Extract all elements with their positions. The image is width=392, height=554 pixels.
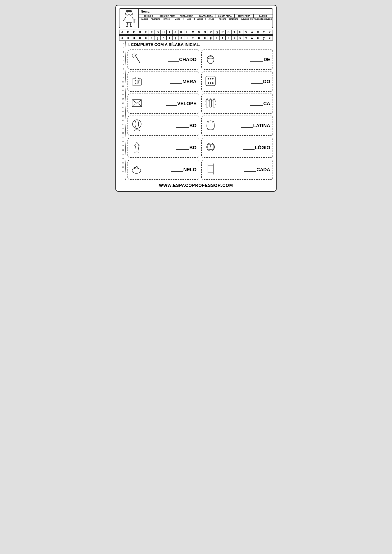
line-number: 30 [119, 165, 125, 169]
svg-point-24 [212, 82, 213, 84]
alpha-lower-letter: n [196, 36, 202, 40]
card-text-area: BO [145, 145, 196, 150]
alpha-upper-letter: J [173, 30, 178, 34]
header-form: Nome: DOMINGOSEGUNDA-FEIRATERÇA-FEIRAQUA… [138, 9, 273, 28]
answer-blank[interactable] [243, 149, 255, 150]
exercise-card: CHADO [127, 49, 199, 70]
card-word: NELO [171, 167, 196, 173]
answer-blank[interactable] [176, 127, 189, 128]
alpha-lower-letter: u [238, 36, 243, 40]
alpha-lower-letter: b [125, 36, 131, 40]
exercise-card: CADA [201, 160, 273, 180]
svg-point-8 [126, 26, 128, 27]
card-word: BO [176, 145, 196, 150]
card-word: BO [176, 123, 196, 128]
line-number: 21 [119, 127, 125, 131]
tie-icon [130, 140, 143, 155]
svg-point-16 [136, 81, 138, 83]
alpha-upper-letter: R [220, 30, 226, 34]
bucket-icon [204, 52, 217, 67]
exercise-card: BO [127, 116, 199, 136]
globe-icon [130, 118, 143, 133]
svg-line-7 [130, 22, 131, 26]
months-row: JANEIROFEVEREIROMARÇOABRILMAIOJUNHOJULHO… [139, 18, 273, 20]
svg-point-17 [139, 80, 140, 81]
alpha-upper-letter: Y [261, 30, 267, 34]
alpha-upper-letter: E [143, 30, 149, 34]
line-number: 24 [119, 139, 125, 144]
card-word: MERA [170, 79, 196, 84]
exercise-card: LÓGIO [201, 138, 273, 158]
svg-rect-34 [213, 99, 215, 107]
line-number: 6 [119, 63, 125, 67]
ladder-icon [204, 162, 217, 177]
word-text: CA [263, 101, 270, 106]
alpha-upper-letter: Z [267, 30, 273, 34]
answer-blank[interactable] [250, 61, 263, 62]
month-item: FEVEREIRO [150, 18, 161, 20]
word-text: LÓGIO [255, 145, 270, 150]
month-item: JUNHO [195, 18, 206, 20]
line-numbers: 1234567891011121314151617181920212223242… [119, 42, 126, 180]
exercise-card: DE [201, 49, 273, 70]
answer-blank[interactable] [170, 83, 182, 84]
card-word: LÓGIO [243, 145, 270, 150]
uppercase-alphabet: ABCDEFGHIJKLMNOPQRSTUVWXYZ [119, 30, 273, 35]
exercise-row: BO LÓGIO [127, 138, 273, 158]
line-number: 7 [119, 67, 125, 71]
exercise-row: BO LATINA [127, 116, 273, 136]
svg-marker-35 [213, 98, 215, 99]
axe-icon [130, 52, 143, 67]
nome-row: Nome: [139, 9, 273, 14]
alpha-upper-letter: V [243, 30, 249, 34]
line-number: 5 [119, 58, 125, 63]
main-content: 1234567891011121314151617181920212223242… [119, 42, 273, 180]
answer-blank[interactable] [244, 171, 256, 172]
svg-rect-32 [210, 99, 211, 107]
card-text-area: CADA [219, 167, 270, 173]
camera-icon [130, 74, 143, 89]
answer-blank[interactable] [171, 171, 183, 172]
alpha-lower-letter: x [255, 36, 261, 40]
card-text-area: CHADO [145, 57, 196, 62]
line-number: 14 [119, 97, 125, 101]
envelope-icon [130, 97, 143, 111]
month-item: JANEIRO [139, 18, 150, 20]
line-number: 27 [119, 152, 125, 157]
alpha-upper-letter: S [226, 30, 231, 34]
exercise-card: CA [201, 94, 273, 114]
svg-marker-31 [206, 98, 208, 99]
jello-icon [204, 118, 217, 133]
alpha-upper-letter: W [249, 30, 255, 34]
exercise-card: NELO [127, 160, 199, 180]
page: Nome: DOMINGOSEGUNDA-FEIRATERÇA-FEIRAQUA… [115, 5, 277, 192]
alpha-lower-letter: t [231, 36, 238, 40]
word-text: DE [264, 57, 270, 62]
word-text: LATINA [253, 123, 270, 128]
line-number: 3 [119, 50, 125, 54]
answer-blank[interactable] [166, 105, 177, 106]
alpha-lower-letter: a [119, 36, 125, 40]
svg-point-22 [208, 82, 209, 84]
answer-blank[interactable] [251, 83, 263, 84]
month-item: SETEMBRO [228, 18, 239, 20]
line-number: 26 [119, 148, 125, 152]
answer-blank[interactable] [176, 149, 189, 150]
month-item: ABRIL [172, 18, 183, 20]
card-text-area: DE [219, 57, 270, 62]
alpha-lower-letter: s [226, 36, 231, 40]
svg-point-51 [132, 168, 141, 173]
answer-blank[interactable] [250, 105, 263, 106]
alpha-upper-letter: P [208, 30, 214, 34]
svg-point-21 [212, 78, 213, 79]
alpha-upper-letter: A [119, 30, 125, 34]
answer-blank[interactable] [168, 61, 179, 62]
answer-blank[interactable] [241, 127, 253, 128]
alpha-upper-letter: F [149, 30, 155, 34]
alpha-lower-letter: r [220, 36, 226, 40]
svg-point-19 [208, 78, 209, 79]
card-text-area: VELOPE [145, 101, 196, 106]
line-number: 2 [119, 46, 125, 50]
month-item: AGOSTO [217, 18, 228, 20]
fence-icon [204, 97, 217, 111]
